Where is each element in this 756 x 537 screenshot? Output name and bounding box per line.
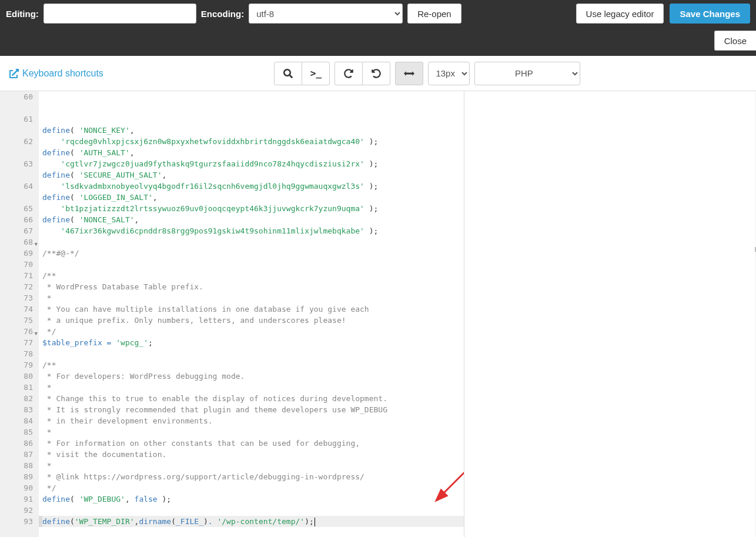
editor-wrap: 606162636465666768▼6970717273747576▼7778… [0,91,756,537]
code-line[interactable]: */ [42,482,464,493]
undo-button[interactable] [334,62,363,85]
encoding-label: Encoding: [201,9,244,19]
code-line[interactable]: define( 'NONCE_SALT', [42,214,464,225]
code-line[interactable]: * WordPress Database Table prefix. [42,281,464,292]
code-line[interactable]: * It is strongly recommended that plugin… [42,404,464,415]
code-line[interactable]: * [42,292,464,303]
language-select[interactable]: PHP [474,62,580,85]
font-size-select[interactable]: 13px [428,62,470,85]
code-line[interactable]: define('WP_TEMP_DIR',dirname(_FILE_). '/… [42,516,464,527]
legacy-editor-button[interactable]: Use legacy editor [576,4,664,24]
header-row: Editing: Encoding: utf-8 Re-open Use leg… [0,0,756,27]
editor-toolbar: Keyboard shortcuts >_ 13px PHP [0,56,756,91]
toolbar-center: >_ 13px PHP [274,62,580,85]
code-line[interactable]: /**#@-*/ [42,248,464,259]
reopen-button[interactable]: Re-open [407,4,461,24]
code-content[interactable]: define( 'NONCE_KEY', 'rqcdeg0vhlxpjcsxj6… [39,91,464,537]
code-line[interactable]: define( 'WP_DEBUG', false ); [42,493,464,505]
keyboard-shortcuts-label: Keyboard shortcuts [22,68,103,79]
terminal-icon: >_ [310,68,322,79]
code-line[interactable]: * visit the documentation. [42,449,464,460]
line-gutter: 606162636465666768▼6970717273747576▼7778… [0,91,39,537]
header-right: Use legacy editor Save Changes [576,4,750,24]
code-line[interactable]: /** [42,270,464,281]
code-line[interactable]: 'bt1pzjatizzzdt2lrtssywuoz69uv0jooqcqeyp… [42,203,464,214]
keyboard-shortcuts-link[interactable]: Keyboard shortcuts [9,68,103,79]
external-link-icon [9,69,19,78]
editing-input[interactable] [44,4,196,24]
code-line[interactable]: * @link https://wordpress.org/support/ar… [42,471,464,482]
search-icon [283,69,293,78]
code-line[interactable] [42,527,464,537]
code-line[interactable]: * in their development environments. [42,415,464,426]
code-line[interactable]: * [42,382,464,393]
code-line[interactable]: * For developers: WordPress debugging mo… [42,371,464,382]
search-button[interactable] [274,62,302,85]
wrap-toggle-button[interactable] [395,62,423,85]
code-line[interactable] [42,348,464,359]
code-line[interactable]: $table_prefix = 'wpcg_'; [42,337,464,348]
code-line[interactable] [42,505,464,516]
code-line[interactable]: * You can have multiple installations in… [42,303,464,315]
code-line[interactable]: 'rqcdeg0vhlxpjcsxj6zn0w8pxyxhetwfoviddxh… [42,136,464,147]
editing-label: Editing: [6,9,39,19]
code-pane[interactable]: 606162636465666768▼6970717273747576▼7778… [0,91,464,537]
code-line[interactable]: * Change this to true to enable the disp… [42,393,464,404]
code-line[interactable] [42,236,464,248]
code-line[interactable]: '467ixr36kgwvdi6cpnddr8s8rgg9pos91gskiw4… [42,225,464,236]
redo-button[interactable] [362,62,390,85]
code-line[interactable]: * a unique prefix. Only numbers, letters… [42,315,464,326]
code-line[interactable]: define( 'AUTH_SALT', [42,147,464,158]
code-line[interactable]: * [42,426,464,438]
undo-icon [344,69,353,78]
code-line[interactable] [42,259,464,270]
code-line[interactable]: define( 'LOGGED_IN_SALT', [42,192,464,203]
redo-icon [372,69,381,78]
undo-redo-group [334,62,390,85]
code-line[interactable]: define( 'SECURE_AUTH_SALT', [42,169,464,181]
encoding-select[interactable]: utf-8 [249,4,403,24]
search-group: >_ [274,62,330,85]
code-line[interactable]: /** [42,359,464,371]
save-changes-button[interactable]: Save Changes [670,4,750,24]
code-line[interactable]: 'cgtlvr7jzwgcz0juad9fythaskq9tgurzsfaaii… [42,158,464,169]
code-line[interactable]: * [42,460,464,471]
preview-pane [464,91,756,537]
code-line[interactable]: */ [42,326,464,337]
close-button[interactable]: Close [714,31,756,51]
close-row: Close [714,31,756,51]
horizontal-arrows-icon [404,70,414,77]
terminal-button[interactable]: >_ [302,62,330,85]
code-line[interactable]: * For information on other constants tha… [42,438,464,449]
editor-header: Editing: Encoding: utf-8 Re-open Use leg… [0,0,756,56]
code-line[interactable]: define( 'NONCE_KEY', [42,125,464,136]
code-line[interactable]: 'lsdkvadmbxnobyeolvyq4bgodfr16il2sqcnh6v… [42,181,464,192]
